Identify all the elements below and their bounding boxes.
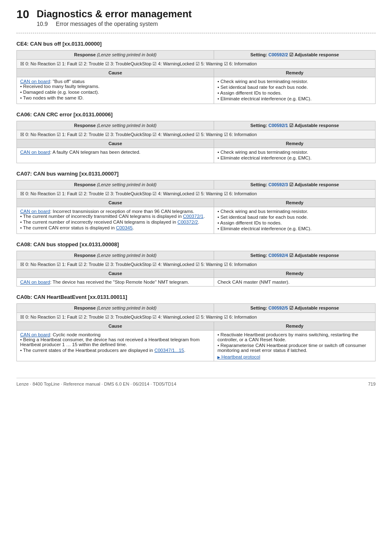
cause-header: Cause <box>17 269 214 278</box>
section-divider <box>16 33 376 33</box>
cause-main: CAN on board: "Bus off" status <box>20 79 210 84</box>
section-heading-CA0b: CA0b: CAN HeartBeatEvent [xx.0131.00011] <box>16 294 376 300</box>
setting-header: Setting: C00592/5 ☑ Adjustable response <box>214 304 376 313</box>
list-item: Being a Heartbeat consumer, the device h… <box>20 337 210 347</box>
chapter-title: Diagnostics & error management <box>37 8 191 20</box>
list-item: Eliminate electrical interference (e.g. … <box>217 96 372 101</box>
list-item: Received too many faulty telegrams. <box>20 84 210 89</box>
remedy-arrow-link-container: Heartbeat protocol <box>217 354 372 359</box>
code-link[interactable]: C00372/2 <box>178 220 198 224</box>
cause-bullets: Received too many faulty telegrams.Damag… <box>20 84 210 100</box>
cause-cell: CAN on board: Incorrect transmission or … <box>17 207 214 234</box>
remedy-header: Remedy <box>214 269 376 278</box>
remedy-header: Remedy <box>214 139 376 148</box>
list-item: Assign different IDs to nodes. <box>217 220 372 225</box>
list-item: Reactivate Heartbeat producers by mains … <box>217 332 372 342</box>
code-link[interactable]: C00347/1...15 <box>154 348 184 353</box>
can-link[interactable]: CAN on board <box>20 332 50 337</box>
section-heading-CA07: CA07: CAN bus warning [xx.0131.00007] <box>16 171 376 177</box>
setting-link[interactable]: C00592/3 <box>268 182 288 187</box>
response-info-row: ☒ 0: No Reaction ☑ 1: Fault ☑ 2: Trouble… <box>17 313 376 322</box>
setting-link[interactable]: C00592/4 <box>268 253 288 258</box>
cause-header: Cause <box>17 199 214 207</box>
list-item: Check wiring and bus terminating resisto… <box>217 79 372 84</box>
cause-bullets: Being a Heartbeat consumer, the device h… <box>20 337 210 353</box>
chapter-number: 10 <box>16 8 29 21</box>
page-footer: Lenze · 8400 TopLine · Reference manual … <box>16 378 376 386</box>
remedy-bullets: Check wiring and bus terminating resisto… <box>217 150 372 160</box>
list-item: Assign different IDs to nodes. <box>217 90 372 95</box>
can-link[interactable]: CAN on board <box>20 280 50 284</box>
response-header: Response (Lenze setting printed in bold) <box>17 251 214 260</box>
response-header: Response (Lenze setting printed in bold) <box>17 304 214 313</box>
can-link[interactable]: CAN on board <box>20 209 50 214</box>
cause-main: CAN on board: Cyclic node monitoring <box>20 332 210 337</box>
section-heading-CE4: CE4: CAN bus off [xx.0131.00000] <box>16 41 376 47</box>
cause-main: CAN on board: Incorrect transmission or … <box>20 209 210 214</box>
response-header: Response (Lenze setting printed in bold) <box>17 121 214 130</box>
cause-header: Cause <box>17 69 214 77</box>
footer-page-number: 719 <box>368 382 376 386</box>
list-item: Check wiring and bus terminating resisto… <box>217 209 372 214</box>
section-heading-CA08: CA08: CAN bus stopped [xx.0131.00008] <box>16 241 376 247</box>
remedy-bullets: Check wiring and bus terminating resisto… <box>217 209 372 231</box>
response-info-row: ☒ 0: No Reaction ☑ 1: Fault ☑ 2: Trouble… <box>17 190 376 199</box>
remedy-cell: Check CAN master (NMT master). <box>214 278 376 287</box>
chapter-title-block: Diagnostics & error management 10.9 Erro… <box>37 8 191 27</box>
cause-cell: CAN on board: The device has received th… <box>17 278 214 287</box>
setting-header: Setting: C00592/2 ☑ Adjustable response <box>214 51 376 60</box>
list-item: The current states of the Heartbeat prod… <box>20 348 210 353</box>
response-header: Response (Lenze setting printed in bold) <box>17 180 214 190</box>
response-header: Response (Lenze setting printed in bold) <box>17 51 214 60</box>
heartbeat-protocol-link[interactable]: Heartbeat protocol <box>217 354 260 359</box>
can-link[interactable]: CAN on board <box>20 79 50 84</box>
setting-header: Setting: C00592/1 ☑ Adjustable response <box>214 121 376 130</box>
cause-main: CAN on board: A faulty CAN telegram has … <box>20 150 210 155</box>
list-item: The current CAN error status is displaye… <box>20 225 210 230</box>
list-item: Eliminate electrical interference (e.g. … <box>217 155 372 160</box>
list-item: The current number of incorrectly transm… <box>20 214 210 219</box>
list-item: Eliminate electrical interference (e.g. … <box>217 226 372 231</box>
cause-cell: CAN on board: Cyclic node monitoringBein… <box>17 331 214 361</box>
list-item: Check wiring and bus terminating resisto… <box>217 150 372 155</box>
setting-link[interactable]: C00592/2 <box>268 52 288 57</box>
cause-header: Cause <box>17 322 214 331</box>
section-heading-CA06: CA06: CAN CRC error [xx.0131.00006] <box>16 111 376 118</box>
remedy-bullets: Reactivate Heartbeat producers by mains … <box>217 332 372 353</box>
list-item: Set identical baud rate for each bus nod… <box>217 215 372 220</box>
sections-container: CE4: CAN bus off [xx.0131.00000]Response… <box>16 41 376 361</box>
cause-bullets-with-links: The current number of incorrectly transm… <box>20 214 210 230</box>
code-link[interactable]: C00372/1 <box>183 214 203 219</box>
remedy-cell: Check wiring and bus terminating resisto… <box>214 148 376 163</box>
response-info-row: ☒ 0: No Reaction ☑ 1: Fault ☑ 2: Trouble… <box>17 260 376 269</box>
cause-main: CAN on board: The device has received th… <box>20 280 210 284</box>
page-header: 10 Diagnostics & error management 10.9 E… <box>16 8 376 27</box>
remedy-header: Remedy <box>214 69 376 77</box>
list-item: The current number of incorrectly receiv… <box>20 220 210 224</box>
cause-cell: CAN on board: A faulty CAN telegram has … <box>17 148 214 163</box>
cause-cell: CAN on board: "Bus off" statusReceived t… <box>17 77 214 104</box>
section-title: 10.9 Error messages of the operating sys… <box>37 21 191 27</box>
list-item: Reparameterise CAN Heartbeat producer ti… <box>217 343 372 353</box>
list-item: Two nodes with the same ID. <box>20 95 210 100</box>
setting-header: Setting: C00592/4 ☑ Adjustable response <box>214 251 376 260</box>
response-info-row: ☒ 0: No Reaction ☑ 1: Fault ☑ 2: Trouble… <box>17 60 376 69</box>
remedy-header: Remedy <box>214 322 376 331</box>
footer-company: Lenze · 8400 TopLine · Reference manual … <box>16 382 176 386</box>
setting-link[interactable]: C00592/1 <box>268 123 288 128</box>
remedy-header: Remedy <box>214 199 376 207</box>
remedy-bullets: Check wiring and bus terminating resisto… <box>217 79 372 101</box>
code-link[interactable]: C00345 <box>116 225 132 230</box>
setting-link[interactable]: C00592/5 <box>268 305 288 310</box>
remedy-cell: Check wiring and bus terminating resisto… <box>214 207 376 234</box>
setting-header: Setting: C00592/3 ☑ Adjustable response <box>214 180 376 190</box>
remedy-cell: Reactivate Heartbeat producers by mains … <box>214 331 376 361</box>
error-table-CA0b: Response (Lenze setting printed in bold)… <box>16 303 376 361</box>
error-table-CA07: Response (Lenze setting printed in bold)… <box>16 180 376 234</box>
list-item: Damaged cable (e.g. loose contact). <box>20 90 210 95</box>
remedy-text: Check CAN master (NMT master). <box>217 280 372 284</box>
can-link[interactable]: CAN on board <box>20 150 50 155</box>
remedy-cell: Check wiring and bus terminating resisto… <box>214 77 376 104</box>
error-table-CE4: Response (Lenze setting printed in bold)… <box>16 50 376 104</box>
error-table-CA08: Response (Lenze setting printed in bold)… <box>16 251 376 287</box>
